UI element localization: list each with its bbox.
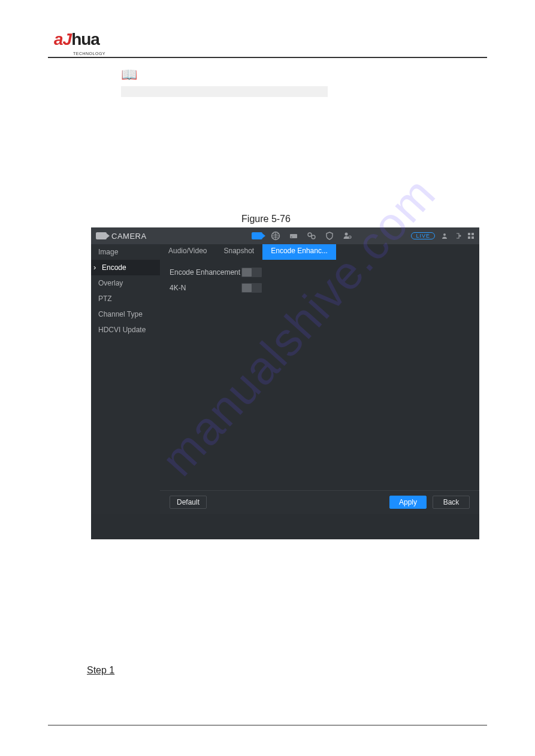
- default-button[interactable]: Default: [170, 496, 207, 509]
- logo-slash: J: [63, 30, 72, 48]
- sidebar-item-ptz[interactable]: PTZ: [91, 291, 160, 306]
- main-pane: Audio/Video Snapshot Encode Enhanc... En…: [160, 244, 479, 514]
- note-icon: 📖: [121, 67, 487, 83]
- nav-settings-icon[interactable]: [307, 231, 316, 241]
- svg-rect-8: [468, 233, 470, 235]
- form-label: 4K-N: [170, 284, 241, 292]
- toggle-knob: [242, 284, 252, 292]
- nav-camera-icon[interactable]: [252, 232, 262, 239]
- sidebar-item-overlay[interactable]: Overlay: [91, 275, 160, 291]
- sidebar-item-encode[interactable]: Encode: [91, 260, 160, 275]
- logout-icon[interactable]: [454, 232, 461, 239]
- sidebar-item-label: Overlay: [98, 279, 123, 287]
- grid-icon[interactable]: [467, 232, 474, 239]
- nav-globe-icon[interactable]: [271, 231, 280, 241]
- button-row: Default Apply Back: [160, 490, 479, 514]
- tab-label: Encode Enhanc...: [271, 247, 328, 255]
- apply-button[interactable]: Apply: [389, 496, 427, 509]
- logo-suffix: hua: [71, 30, 99, 48]
- sidebar-item-channel-type[interactable]: Channel Type: [91, 306, 160, 322]
- sidebar-item-label: Encode: [102, 263, 126, 272]
- form-row-encode-enhancement: Encode Enhancement: [170, 266, 479, 279]
- nav-shield-icon[interactable]: [325, 231, 334, 241]
- topbar-nav: [252, 231, 352, 241]
- footer-rule: [48, 725, 487, 725]
- live-badge: LIVE: [411, 232, 435, 239]
- svg-rect-2: [291, 237, 292, 238]
- nav-user-settings-icon[interactable]: [343, 231, 352, 241]
- tab-label: Snapshot: [224, 247, 255, 255]
- tab-audio-video[interactable]: Audio/Video: [160, 244, 216, 260]
- tab-encode-enhancement[interactable]: Encode Enhanc...: [262, 244, 336, 260]
- logo-subtext: TECHNOLOGY: [73, 51, 487, 56]
- tab-snapshot[interactable]: Snapshot: [216, 244, 263, 260]
- form-area: Encode Enhancement 4K-N: [160, 260, 479, 490]
- header-rule: [48, 57, 487, 58]
- figure-caption: Figure 5-76: [45, 214, 487, 224]
- svg-rect-10: [468, 236, 470, 239]
- toggle-knob: [242, 268, 252, 277]
- encode-enhancement-toggle[interactable]: [241, 268, 262, 277]
- app-window: CAMERA LIV: [91, 227, 479, 539]
- camera-icon: [96, 232, 107, 239]
- svg-rect-1: [290, 234, 297, 238]
- sidebar-item-label: HDCVI Update: [98, 326, 146, 334]
- sidebar-item-label: PTZ: [98, 294, 112, 303]
- sidebar-item-label: Channel Type: [98, 310, 143, 318]
- svg-point-6: [349, 236, 351, 238]
- sidebar-item-hdcvi-update[interactable]: HDCVI Update: [91, 322, 160, 338]
- sidebar-item-image[interactable]: Image: [91, 244, 160, 260]
- svg-point-3: [308, 233, 312, 236]
- sidebar: Image Encode Overlay PTZ Channel Type HD…: [91, 244, 160, 514]
- svg-point-5: [344, 233, 347, 236]
- back-button[interactable]: Back: [433, 496, 470, 509]
- redacted-text-bar: [121, 86, 328, 97]
- form-label: Encode Enhancement: [170, 268, 241, 277]
- tab-label: Audio/Video: [168, 247, 207, 255]
- svg-rect-11: [471, 236, 474, 239]
- step-label: Step 1: [87, 665, 487, 676]
- svg-point-7: [443, 233, 446, 236]
- logo: aJhua: [54, 30, 487, 49]
- window-title: CAMERA: [111, 232, 147, 241]
- sidebar-item-label: Image: [98, 248, 118, 256]
- nav-storage-icon[interactable]: [289, 231, 298, 241]
- user-icon[interactable]: [441, 232, 448, 239]
- 4k-n-toggle[interactable]: [241, 283, 262, 293]
- tab-row: Audio/Video Snapshot Encode Enhanc...: [160, 244, 479, 260]
- app-topbar: CAMERA LIV: [91, 227, 479, 244]
- logo-prefix: a: [54, 30, 63, 48]
- form-row-4k-n: 4K-N: [170, 281, 479, 294]
- svg-point-4: [312, 235, 315, 239]
- svg-rect-9: [471, 233, 474, 235]
